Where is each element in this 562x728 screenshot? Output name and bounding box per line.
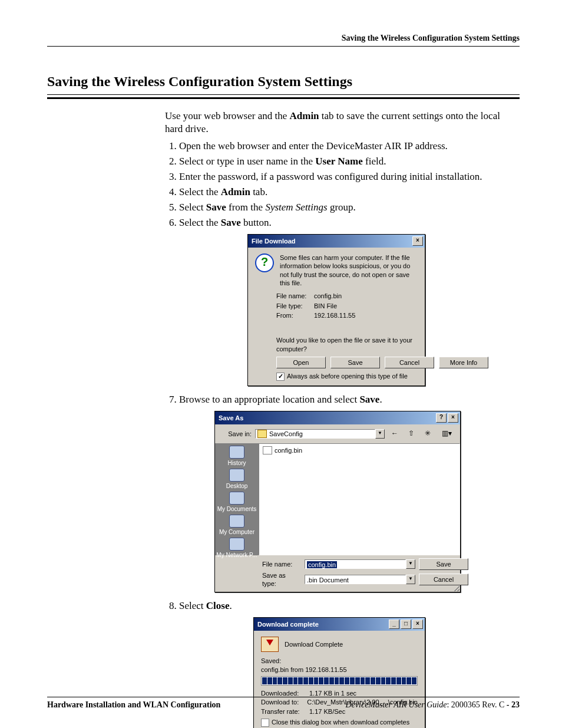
close-icon[interactable]: × — [412, 620, 423, 629]
back-icon[interactable]: ← — [388, 428, 401, 440]
footer-left: Hardware Installation and WLAN Configura… — [47, 700, 220, 710]
close-icon[interactable]: × — [448, 413, 458, 423]
dc-saved-value: config.bin from 192.168.11.55 — [261, 666, 418, 674]
places-desktop[interactable]: Desktop — [226, 469, 248, 490]
step-5-bold: Save — [206, 202, 226, 213]
chevron-down-icon[interactable]: ▼ — [406, 559, 415, 569]
step-6-pre: Select the — [179, 217, 221, 228]
chevron-down-icon[interactable]: ▼ — [375, 429, 385, 439]
step-2-bold: User Name — [315, 156, 362, 167]
list-item-label: config.bin — [275, 446, 302, 454]
more-info-button[interactable]: More Info — [439, 357, 488, 368]
step-2-pre: Select or type in user name in the — [179, 156, 315, 167]
history-icon — [229, 446, 244, 459]
views-icon[interactable]: ▥▾ — [438, 428, 455, 440]
fd-titlebar[interactable]: File Download × — [248, 235, 425, 248]
step-5-mid: from the — [226, 202, 266, 213]
step-3: Enter the password, if a password was co… — [179, 170, 520, 183]
dc-titlebar[interactable]: Download complete _ □ × — [254, 618, 425, 631]
footer-guide-title: DeviceMaster AIR User Guide — [345, 700, 447, 709]
dc-header: Download Complete — [285, 640, 343, 648]
save-in-combo[interactable]: SaveConfig ▼ — [255, 429, 385, 439]
step-4-post: tab. — [250, 186, 267, 197]
list-item[interactable]: config.bin — [263, 446, 456, 454]
desktop-icon — [229, 469, 244, 482]
places-mycomp[interactable]: My Computer — [219, 515, 254, 536]
download-complete-dialog: Download complete _ □ × Download Complet… — [253, 617, 425, 728]
sa-titlebar[interactable]: Save As ? × — [215, 411, 460, 424]
step-1: Open the web browser and enter the Devic… — [179, 140, 520, 153]
up-icon[interactable]: ⇧ — [405, 428, 418, 440]
step-4-pre: Select the — [179, 186, 221, 197]
fd-v-filetype: BIN File — [314, 302, 337, 310]
step-2-post: field. — [363, 156, 386, 167]
dc-title: Download complete — [257, 620, 319, 628]
step-8-post: . — [229, 600, 232, 611]
step-6-post: button. — [241, 217, 272, 228]
dc-close-on-complete-row[interactable]: Close this dialog box when download comp… — [261, 718, 418, 727]
computer-icon — [229, 515, 244, 528]
open-button[interactable]: Open — [276, 357, 326, 368]
save-as-dialog: Save As ? × Save in: SaveConfig ▼ ← ⇧ ✳ — [214, 411, 461, 592]
file-icon — [263, 446, 272, 454]
fd-title: File Download — [252, 237, 296, 245]
resize-grip-icon[interactable] — [452, 584, 459, 591]
close-icon[interactable]: × — [412, 236, 423, 246]
step-5-post: group. — [328, 202, 356, 213]
saveas-type-label: Save as type: — [262, 571, 301, 588]
step-6-bold: Save — [221, 217, 241, 228]
step-4: Select the Admin tab. — [179, 186, 520, 199]
running-header: Saving the Wireless Configuration System… — [47, 33, 520, 47]
step-5-ital: System Settings — [265, 202, 327, 213]
chevron-down-icon[interactable]: ▼ — [406, 575, 415, 584]
steps-list: Open the web browser and enter the Devic… — [165, 140, 520, 230]
title-rule — [47, 94, 520, 99]
step-5-pre: Select — [179, 202, 206, 213]
new-folder-icon[interactable]: ✳ — [421, 428, 434, 440]
places-mycomp-label: My Computer — [219, 528, 254, 536]
places-mynet[interactable]: My Network P... — [216, 538, 257, 559]
fd-question: Would you like to open the file or save … — [276, 336, 418, 353]
question-icon: ? — [255, 253, 274, 272]
page-footer: Hardware Installation and WLAN Configura… — [47, 697, 520, 710]
file-listing[interactable]: config.bin — [259, 443, 460, 555]
documents-icon — [229, 492, 244, 505]
footer-rev: : 2000365 Rev. C — [447, 700, 506, 709]
cancel-button[interactable]: Cancel — [419, 574, 468, 585]
places-history[interactable]: History — [227, 446, 246, 467]
folder-icon — [257, 430, 267, 438]
fd-always-ask-label: Always ask before opening this type of f… — [287, 373, 408, 380]
filename-label: File name: — [262, 560, 301, 568]
step-4-bold: Admin — [221, 186, 250, 197]
cancel-button[interactable]: Cancel — [385, 357, 434, 368]
maximize-icon[interactable]: □ — [401, 620, 411, 629]
fd-metadata: File name:config.bin File type:BIN File … — [276, 292, 418, 319]
step-2: Select or type in user name in the User … — [179, 155, 520, 168]
file-download-dialog: File Download × ? Some files can harm yo… — [247, 234, 425, 386]
checkbox-icon[interactable] — [261, 719, 269, 727]
save-button[interactable]: Save — [330, 357, 380, 368]
page-title: Saving the Wireless Configuration System… — [47, 73, 520, 91]
step-8-pre: Select — [179, 600, 206, 611]
minimize-icon[interactable]: _ — [389, 620, 399, 629]
help-icon[interactable]: ? — [436, 413, 447, 423]
places-mydocs[interactable]: My Documents — [217, 492, 257, 513]
intro-paragraph: Use your web browser and the Admin tab t… — [165, 110, 520, 136]
step-7-pre: Browse to an appropriate location and se… — [179, 394, 359, 405]
network-icon — [229, 538, 244, 551]
step-7: Browse to an appropriate location and se… — [179, 393, 520, 406]
sa-title: Save As — [219, 414, 243, 422]
saveas-type-field[interactable]: .bin Document ▼ — [305, 575, 415, 584]
footer-right: DeviceMaster AIR User Guide: 2000365 Rev… — [345, 700, 520, 710]
step-5: Select Save from the System Settings gro… — [179, 201, 520, 214]
steps-list-2: Browse to an appropriate location and se… — [165, 393, 520, 406]
checkbox-icon[interactable]: ✓ — [276, 373, 285, 381]
save-in-value: SaveConfig — [269, 430, 303, 438]
save-button[interactable]: Save — [419, 558, 468, 570]
step-6: Select the Save button. — [179, 216, 520, 229]
fd-always-ask-row[interactable]: ✓Always ask before opening this type of … — [276, 372, 418, 381]
places-mydocs-label: My Documents — [217, 505, 257, 513]
step-7-bold: Save — [359, 394, 379, 405]
filename-field[interactable]: config.bin ▼ — [305, 559, 415, 569]
step-8-bold: Close — [206, 600, 230, 611]
